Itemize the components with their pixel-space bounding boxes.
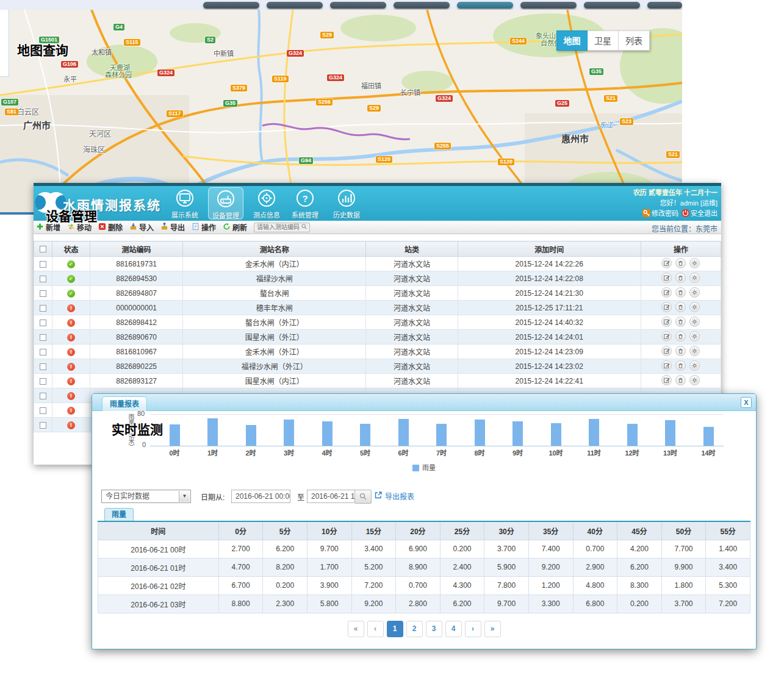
rain-column-header: 25分: [440, 521, 484, 540]
nav-item-label: 系统管理: [287, 210, 323, 220]
road-shield: S21: [604, 95, 617, 102]
delete-icon[interactable]: [675, 316, 686, 327]
cropped-tab[interactable]: [584, 2, 640, 9]
app-header: 水雨情测报系统 展示系统设备管理测点信息?系统管理历史数据 农历 贰零壹伍年 十…: [34, 186, 721, 221]
page-button-3[interactable]: 3: [426, 621, 442, 637]
map-view-button-卫星[interactable]: 卫星: [588, 30, 619, 51]
delete-icon[interactable]: [675, 331, 686, 341]
map-view-button-列表[interactable]: 列表: [619, 30, 650, 51]
cropped-tab[interactable]: [203, 2, 259, 9]
nav-item-历史数据[interactable]: 历史数据: [329, 187, 364, 220]
edit-icon[interactable]: [661, 375, 672, 385]
select-all-checkbox[interactable]: [40, 246, 46, 252]
row-checkbox[interactable]: [40, 393, 46, 399]
row-checkbox[interactable]: [40, 363, 46, 370]
toolbar-button-刷新[interactable]: 刷新: [223, 222, 247, 232]
nav-item-展示系统[interactable]: 展示系统: [167, 187, 203, 220]
row-checkbox[interactable]: [40, 378, 46, 385]
export-report-link[interactable]: 导出报表: [374, 491, 414, 501]
toolbar-button-导入[interactable]: 导入: [129, 222, 154, 232]
toolbar-button-操作[interactable]: 操作: [192, 222, 216, 232]
delete-icon[interactable]: [675, 287, 686, 298]
row-checkbox-cell: [34, 374, 52, 388]
rain-column-header: 15分: [351, 521, 396, 540]
toolbar-button-删除[interactable]: 删除: [98, 222, 123, 232]
bar-8时: [475, 420, 485, 446]
rain-value-cell: 4.800: [573, 576, 617, 595]
map-view-button-地图[interactable]: 地图: [556, 30, 588, 51]
station-search-input[interactable]: [257, 224, 301, 230]
user-info: 农历 贰零壹伍年 十二月十一 您好！admin [运维] 修改密码 安全退出: [633, 188, 717, 219]
edit-icon[interactable]: [661, 302, 672, 312]
close-icon[interactable]: X: [741, 397, 752, 408]
settings-icon[interactable]: [689, 331, 700, 341]
tab-rainfall[interactable]: 雨量: [104, 508, 134, 521]
search-icon[interactable]: [301, 223, 307, 232]
cropped-tab[interactable]: [520, 2, 577, 9]
logout-link[interactable]: 安全退出: [691, 210, 717, 217]
settings-icon[interactable]: [689, 287, 700, 298]
date-from-input[interactable]: [231, 490, 290, 503]
operations-cell: [641, 301, 721, 315]
pager-arrow-button[interactable]: ›: [465, 621, 481, 637]
delete-icon[interactable]: [675, 258, 686, 268]
settings-icon[interactable]: [689, 375, 700, 385]
row-checkbox[interactable]: [40, 407, 46, 414]
cropped-tab-active[interactable]: [457, 2, 513, 9]
row-checkbox[interactable]: [40, 276, 46, 282]
cropped-tab[interactable]: [647, 2, 682, 9]
edit-icon[interactable]: [661, 287, 672, 298]
row-checkbox[interactable]: [40, 349, 46, 356]
nav-item-系统管理[interactable]: ?系统管理: [287, 187, 323, 220]
change-password-link[interactable]: 修改密码: [652, 210, 678, 217]
station-search-box[interactable]: [254, 223, 310, 232]
toolbar-button-导出[interactable]: 导出: [160, 222, 185, 232]
chevron-down-icon[interactable]: ▼: [179, 491, 190, 502]
delete-icon[interactable]: [675, 346, 686, 356]
row-checkbox[interactable]: [40, 422, 46, 429]
row-checkbox[interactable]: [40, 320, 46, 326]
pager-arrow-button[interactable]: «: [348, 621, 364, 637]
edit-icon[interactable]: [661, 258, 672, 268]
nav-item-测点信息[interactable]: 测点信息: [249, 187, 284, 220]
row-checkbox[interactable]: [40, 261, 46, 268]
nav-item-设备管理[interactable]: 设备管理: [208, 187, 243, 220]
settings-icon[interactable]: [689, 316, 700, 327]
cropped-tab[interactable]: [394, 2, 450, 9]
monitor-icon: [176, 190, 193, 207]
station-name-cell: 金禾水闸（外江）: [183, 345, 366, 359]
cropped-tab[interactable]: [330, 2, 386, 9]
row-checkbox-cell: [34, 257, 52, 271]
row-checkbox[interactable]: [40, 305, 46, 312]
edit-icon[interactable]: [661, 331, 672, 341]
edit-icon[interactable]: [661, 346, 672, 356]
current-location-text: 您当前位置：东莞市: [652, 223, 717, 234]
settings-icon[interactable]: [689, 273, 700, 283]
cropped-tab[interactable]: [267, 2, 323, 9]
tab-rainfall-report[interactable]: 雨量报表: [102, 396, 147, 411]
row-checkbox[interactable]: [40, 334, 46, 341]
search-button[interactable]: [354, 490, 372, 504]
settings-icon[interactable]: [689, 302, 700, 312]
row-checkbox[interactable]: [40, 290, 46, 297]
delete-icon[interactable]: [675, 375, 686, 385]
delete-icon[interactable]: [675, 360, 686, 371]
page-button-2[interactable]: 2: [406, 621, 423, 637]
settings-icon[interactable]: [689, 360, 700, 371]
settings-icon[interactable]: [689, 258, 700, 268]
page-button-4[interactable]: 4: [445, 621, 462, 637]
page-button-1[interactable]: 1: [387, 621, 403, 637]
rain-value-cell: 9.900: [661, 558, 706, 576]
rain-column-header: 55分: [706, 521, 750, 540]
edit-icon[interactable]: [661, 360, 672, 371]
data-range-select[interactable]: 今日实时数据 ▼: [101, 490, 191, 503]
edit-icon[interactable]: [661, 316, 672, 327]
settings-icon[interactable]: [689, 346, 700, 356]
edit-icon[interactable]: [661, 273, 672, 283]
pager-arrow-button[interactable]: »: [484, 621, 501, 637]
x-tick-label: 8时: [466, 448, 493, 457]
pager-arrow-button[interactable]: ‹: [367, 621, 384, 637]
delete-icon[interactable]: [675, 273, 686, 283]
delete-icon[interactable]: [675, 302, 686, 312]
select-all-header[interactable]: [34, 241, 52, 257]
